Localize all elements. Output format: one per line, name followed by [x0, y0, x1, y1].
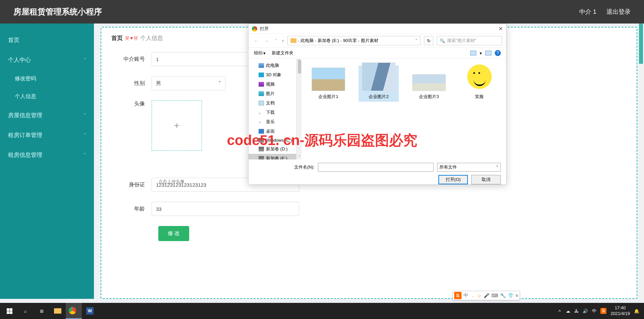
sidebar-item-personal[interactable]: 个人中心˄: [0, 50, 94, 70]
filename-label: 文件名(N):: [294, 164, 315, 170]
search-icon: ⌕: [24, 309, 27, 314]
sogou-icon[interactable]: S: [454, 292, 462, 299]
tree-item[interactable]: ♪音乐: [249, 117, 296, 127]
file-item[interactable]: 企业图片3: [409, 65, 449, 102]
tree-item[interactable]: 3D 对象: [249, 70, 296, 80]
sidebar-item-house[interactable]: 房屋信息管理˅: [0, 105, 94, 125]
open-button[interactable]: 打开(O): [438, 175, 468, 184]
file-open-dialog: 打开 ✕ ← → ˅ ↑ ›此电脑 ›新加卷 (E:) ›90玖零 ›图片素材 …: [248, 24, 506, 185]
tree-item-icon: [259, 101, 264, 105]
chevron-down-icon[interactable]: ▾: [480, 51, 482, 56]
ime-face-icon[interactable]: ☺: [477, 293, 482, 298]
search-button[interactable]: ⌕: [17, 303, 34, 319]
folder-icon: [290, 38, 297, 43]
nav-back-icon[interactable]: ←: [253, 37, 260, 45]
sidebar-item-password[interactable]: 修改密码: [0, 70, 94, 88]
word-button[interactable]: W: [82, 303, 98, 319]
tray-sound-icon[interactable]: 🔊: [583, 309, 588, 314]
ime-keyboard-icon[interactable]: ⌨: [491, 293, 498, 298]
tree-item[interactable]: 图片: [249, 89, 296, 98]
filename-input[interactable]: [318, 163, 434, 172]
sidebar-item-profile[interactable]: 个人信息: [0, 88, 94, 105]
logout-link[interactable]: 退出登录: [606, 8, 631, 16]
nav-dropdown-icon[interactable]: ˅: [273, 37, 278, 45]
chevron-down-icon[interactable]: ˅: [415, 38, 418, 43]
chevron-down-icon: ˅: [84, 133, 86, 138]
file-item[interactable]: 笑脸: [459, 65, 499, 102]
ime-tool-icon[interactable]: 🔧: [500, 293, 506, 298]
chevron-up-icon: ˄: [84, 58, 86, 62]
tray-ime-icon[interactable]: 中: [592, 308, 596, 314]
tree-scrollbar[interactable]: ˄ ˅: [297, 59, 302, 160]
ime-punct-icon[interactable]: ，: [470, 292, 475, 299]
tree-item[interactable]: Windows (C:): [249, 136, 296, 144]
tree-item[interactable]: 新加卷 (D:): [249, 144, 296, 154]
app-header: 房屋租赁管理系统小程序 中介 1 退出登录: [0, 0, 644, 24]
filetype-select[interactable]: 所有文件˅: [437, 163, 501, 172]
ime-menu-icon[interactable]: ≡: [516, 293, 518, 298]
ime-lang-icon[interactable]: 中: [464, 292, 468, 299]
scroll-up-icon[interactable]: ˄: [297, 59, 302, 63]
organize-button[interactable]: 组织 ▾: [254, 50, 266, 56]
avatar-upload[interactable]: +: [152, 100, 202, 151]
tray-clock[interactable]: 17:402021/4/19: [610, 305, 630, 317]
ime-toolbar[interactable]: S 中 ， ☺ 🎤 ⌨ 🔧 👕 ≡: [452, 291, 520, 300]
tree-item-label: 新加卷 (D:): [266, 146, 287, 152]
tree-item-label: 此电脑: [266, 62, 279, 69]
taskview-button[interactable]: ⊞: [34, 303, 50, 319]
tray-network-icon[interactable]: 🖧: [574, 309, 579, 314]
nav-forward-icon[interactable]: →: [263, 37, 270, 45]
folder-icon: [54, 308, 61, 314]
tree-item[interactable]: 桌面: [249, 127, 296, 136]
taskview-icon: ⊞: [40, 309, 44, 314]
tray-notification-icon[interactable]: 🔔: [634, 309, 639, 314]
sidebar-item-order[interactable]: 租房订单管理˅: [0, 125, 94, 145]
cancel-button[interactable]: 取消: [471, 175, 501, 184]
age-input[interactable]: [152, 202, 299, 216]
folder-tree: 此电脑3D 对象视频图片文档↓下载♪音乐桌面Windows (C:)新加卷 (D…: [249, 59, 297, 160]
explorer-button[interactable]: [50, 303, 66, 319]
tree-item[interactable]: 文档: [249, 98, 296, 108]
page-scrollbar[interactable]: [638, 24, 644, 299]
scroll-down-icon[interactable]: ˅: [297, 155, 302, 160]
sidebar-item-rentinfo[interactable]: 租房信息管理˅: [0, 145, 94, 165]
file-item[interactable]: 企业图片1: [308, 65, 348, 102]
dialog-toolbar: 组织 ▾ 新建文件夹 ▾ ?: [249, 47, 506, 59]
taskbar: ⌕ ⊞ W ㅅ ☁ 🖧 🔊 中 S 17:402021/4/19 🔔: [0, 303, 644, 319]
close-icon[interactable]: ✕: [498, 26, 503, 32]
tree-item-icon: [259, 156, 264, 160]
dialog-title: 打开: [260, 26, 269, 32]
refresh-button[interactable]: ↻: [424, 36, 433, 45]
nav-up-icon[interactable]: ↑: [282, 38, 284, 43]
file-grid: 企业图片1企业图片2企业图片3笑脸: [302, 59, 506, 160]
header-user[interactable]: 中介 1: [579, 8, 596, 16]
newfolder-button[interactable]: 新建文件夹: [272, 50, 293, 56]
ime-skin-icon[interactable]: 👕: [508, 293, 514, 298]
file-item[interactable]: 企业图片2: [359, 65, 399, 102]
sidebar-item-home[interactable]: 首页: [0, 30, 94, 50]
refresh-icon: ↻: [427, 38, 431, 43]
search-input[interactable]: 🔍搜索"图片素材": [437, 36, 502, 45]
chrome-button[interactable]: [66, 303, 82, 319]
view-icon[interactable]: [470, 51, 476, 55]
start-button[interactable]: [1, 303, 17, 319]
breadcrumb-root[interactable]: 首页: [111, 34, 123, 42]
plus-icon: +: [174, 120, 179, 131]
path-breadcrumb[interactable]: ›此电脑 ›新加卷 (E:) ›90玖零 ›图片素材 ˅: [287, 36, 421, 45]
tree-item[interactable]: 此电脑: [249, 61, 296, 70]
ime-mic-icon[interactable]: 🎤: [484, 293, 489, 298]
tray-cloud-icon[interactable]: ☁: [566, 309, 570, 314]
search-icon: 🔍: [440, 38, 445, 43]
file-thumbnail: [412, 74, 446, 91]
breadcrumb-separator-icon: 웃♥유: [125, 35, 138, 41]
gender-select[interactable]: 男˅: [152, 76, 225, 90]
help-icon[interactable]: ?: [495, 50, 501, 56]
submit-button[interactable]: 修 改: [158, 226, 189, 241]
preview-pane-icon[interactable]: [485, 51, 491, 55]
tray-up-icon[interactable]: ㅅ: [557, 308, 562, 314]
tree-item[interactable]: ↓下载: [249, 108, 296, 117]
tray-sogou-icon[interactable]: S: [600, 308, 606, 314]
tree-item[interactable]: 新加卷 (E:): [249, 154, 296, 160]
tree-item-label: 视频: [266, 81, 275, 87]
tree-item[interactable]: 视频: [249, 80, 296, 89]
